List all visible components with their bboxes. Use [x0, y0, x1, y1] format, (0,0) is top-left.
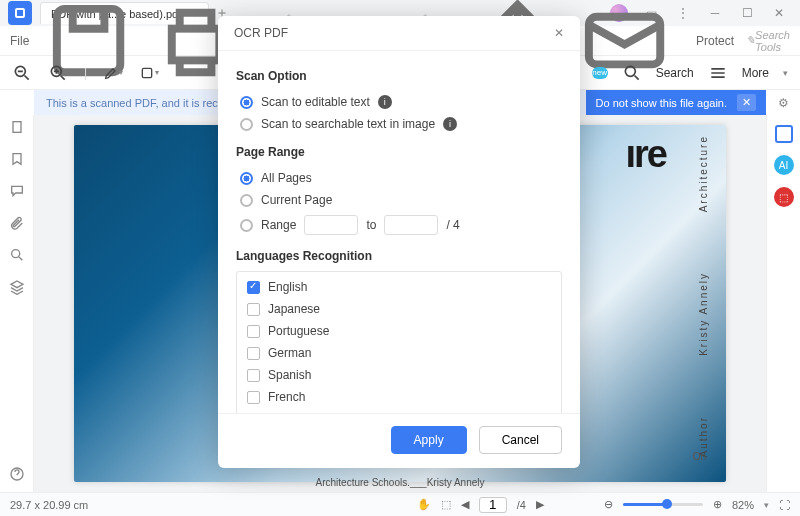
panel-toggle-icon[interactable] — [775, 125, 793, 143]
doc-side-labels: Architecture Kristy Annely Author — [698, 135, 712, 458]
fit-width-icon[interactable]: ⛶ — [779, 499, 790, 511]
svg-rect-1 — [172, 29, 220, 61]
range-from-input[interactable] — [304, 215, 358, 235]
page-number-input[interactable] — [479, 497, 507, 513]
new-badge: new — [592, 67, 608, 79]
more-icon[interactable] — [708, 63, 728, 83]
tool-icon[interactable]: ⬚ — [774, 187, 794, 207]
info-icon[interactable]: i — [378, 95, 392, 109]
select-tool-icon[interactable]: ⬚ — [441, 498, 451, 511]
lang-option[interactable]: Japanese — [243, 298, 555, 320]
zoom-out-status-icon[interactable]: ⊖ — [604, 498, 613, 511]
lang-option[interactable]: Portuguese — [243, 320, 555, 342]
svg-rect-7 — [13, 122, 21, 133]
languages-title: Languages Recognition — [236, 249, 562, 263]
layers-icon[interactable] — [9, 279, 25, 295]
scan-editable-radio[interactable]: Scan to editable text i — [236, 91, 562, 113]
checkbox-icon — [247, 369, 260, 382]
lang-option[interactable]: French — [243, 386, 555, 408]
attachments-icon[interactable] — [9, 215, 25, 231]
prev-page-icon[interactable]: ◀ — [461, 498, 469, 511]
dialog-close-icon[interactable]: ✕ — [554, 26, 564, 40]
search-icon[interactable] — [622, 63, 642, 83]
page-dimensions: 29.7 x 20.99 cm — [10, 499, 88, 511]
dialog-title: OCR PDF — [234, 26, 288, 40]
checkbox-icon — [247, 347, 260, 360]
search-tools[interactable]: ✎ Search Tools — [746, 29, 790, 53]
zoom-in-status-icon[interactable]: ⊕ — [713, 498, 722, 511]
maximize-icon[interactable]: ☐ — [736, 2, 758, 24]
more-label[interactable]: More — [742, 66, 769, 80]
language-list[interactable]: English Japanese Portuguese German Spani… — [236, 271, 562, 413]
svg-point-6 — [625, 66, 635, 76]
file-menu[interactable]: File — [10, 34, 29, 48]
svg-rect-5 — [142, 68, 151, 77]
radio-icon — [240, 118, 253, 131]
checkbox-icon — [247, 391, 260, 404]
minimize-icon[interactable]: ─ — [704, 2, 726, 24]
hand-tool-icon[interactable]: ✋ — [417, 498, 431, 511]
banner-dismiss[interactable]: Do not show this file again. ✕ — [586, 90, 766, 115]
thumbnails-icon[interactable] — [9, 119, 25, 135]
cancel-button[interactable]: Cancel — [479, 426, 562, 454]
kebab-icon[interactable]: ⋮ — [672, 2, 694, 24]
range-to-input[interactable] — [384, 215, 438, 235]
custom-range-radio[interactable]: Range to / 4 — [236, 211, 562, 239]
lang-option[interactable]: Spanish — [243, 364, 555, 386]
checkbox-icon — [247, 325, 260, 338]
doc-heading: ıre — [626, 133, 666, 176]
lang-option[interactable]: English — [243, 276, 555, 298]
highlighter-icon[interactable]: ▾ — [103, 63, 123, 83]
zoom-in-icon[interactable] — [48, 63, 68, 83]
checkbox-icon — [247, 303, 260, 316]
svg-point-8 — [11, 250, 19, 258]
help-icon[interactable] — [9, 466, 25, 482]
zoom-level: 82% — [732, 499, 754, 511]
doc-on-label: On — [693, 451, 706, 462]
lang-option[interactable]: German — [243, 342, 555, 364]
page-range-title: Page Range — [236, 145, 562, 159]
checkbox-icon — [247, 281, 260, 294]
radio-icon — [240, 172, 253, 185]
radio-icon — [240, 219, 253, 232]
scan-image-radio[interactable]: Scan to searchable text in image i — [236, 113, 562, 135]
bookmarks-icon[interactable] — [9, 151, 25, 167]
shape-icon[interactable]: ▾ — [139, 63, 159, 83]
ocr-dialog: OCR PDF ✕ Scan Option Scan to editable t… — [218, 16, 580, 468]
ai-assist-icon[interactable]: AI — [774, 155, 794, 175]
radio-icon — [240, 194, 253, 207]
next-page-icon[interactable]: ▶ — [536, 498, 544, 511]
all-pages-radio[interactable]: All Pages — [236, 167, 562, 189]
close-window-icon[interactable]: ✕ — [768, 2, 790, 24]
protect-menu[interactable]: Protect — [696, 34, 734, 48]
page-total: /4 — [517, 499, 526, 511]
zoom-out-icon[interactable] — [12, 63, 32, 83]
zoom-slider[interactable] — [623, 503, 703, 506]
scan-option-title: Scan Option — [236, 69, 562, 83]
doc-footer-text: Architecture Schools.___Kristy Annely — [316, 477, 485, 488]
comments-icon[interactable] — [9, 183, 25, 199]
banner-close-icon[interactable]: ✕ — [737, 94, 756, 111]
find-icon[interactable] — [9, 247, 25, 263]
apply-button[interactable]: Apply — [391, 426, 467, 454]
range-total: / 4 — [446, 218, 459, 232]
search-label[interactable]: Search — [656, 66, 694, 80]
current-page-radio[interactable]: Current Page — [236, 189, 562, 211]
settings-sliders-icon[interactable]: ⚙ — [778, 96, 789, 110]
app-logo — [8, 1, 32, 25]
radio-icon — [240, 96, 253, 109]
info-icon[interactable]: i — [443, 117, 457, 131]
